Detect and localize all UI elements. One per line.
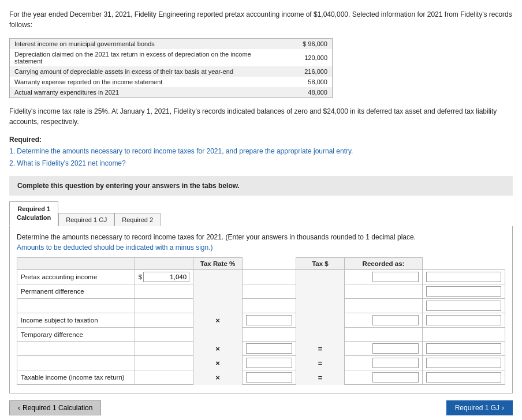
arrow-left-icon: ‹	[18, 404, 20, 412]
tax-input-6[interactable]	[372, 358, 419, 368]
rate-input-3[interactable]	[246, 315, 292, 325]
recorded-input-0[interactable]	[426, 272, 501, 282]
required-section: Required: 1. Determine the amounts neces…	[9, 134, 513, 169]
col-header-taxrate: Tax Rate %	[193, 258, 243, 270]
recorded-input-6[interactable]	[426, 358, 501, 368]
complete-box: Complete this question by entering your …	[9, 176, 513, 196]
calc-row: Permanent difference	[17, 284, 505, 299]
col-header-label	[17, 258, 135, 270]
col-header-taxdollar: Tax $	[296, 258, 344, 270]
forward-button[interactable]: Required 1 GJ ›	[446, 400, 513, 415]
intro-text: For the year ended December 31, 2021, Fi…	[9, 9, 513, 30]
recorded-input-3[interactable]	[426, 315, 501, 325]
info-row: Warranty expense reported on the income …	[10, 77, 333, 87]
recorded-input-5[interactable]	[426, 343, 501, 354]
recorded-input-1[interactable]	[426, 286, 501, 297]
info-row: Depreciation claimed on the 2021 tax ret…	[10, 49, 333, 66]
determine-text: Determine the amounts necessary to recor…	[17, 232, 505, 253]
col-header-amount	[135, 258, 193, 270]
tax-input-3[interactable]	[372, 315, 419, 325]
recorded-input-7[interactable]	[426, 372, 501, 382]
info-row: Carrying amount of depreciable assets in…	[10, 66, 333, 77]
rate-input-6[interactable]	[246, 358, 292, 368]
info-table: Interest income on municipal governmenta…	[9, 38, 333, 98]
calc-row: ×=	[17, 356, 505, 370]
col-header-eq	[242, 258, 296, 270]
rate-input-7[interactable]	[246, 372, 292, 382]
tax-input-5[interactable]	[372, 343, 419, 354]
calc-row: Income subject to taxation×	[17, 313, 505, 328]
arrow-right-icon: ›	[502, 404, 504, 412]
amount-input-0[interactable]	[143, 272, 189, 282]
middle-text: Fidelity's income tax rate is 25%. At Ja…	[9, 106, 513, 127]
calc-row: Temporary difference	[17, 328, 505, 342]
info-row: Actual warranty expenditures in 202148,0…	[10, 87, 333, 98]
rate-input-5[interactable]	[246, 343, 292, 354]
tab-req2[interactable]: Required 2	[114, 213, 161, 226]
info-row: Interest income on municipal governmenta…	[10, 39, 333, 50]
calc-row: Taxable income (income tax return)×=	[17, 370, 505, 385]
bottom-nav: ‹ Required 1 Calculation Required 1 GJ ›	[9, 400, 513, 415]
tax-input-7[interactable]	[372, 372, 419, 382]
calc-table: Tax Rate % Tax $ Recorded as: Pretax acc…	[17, 257, 505, 385]
tax-input-0[interactable]	[372, 272, 419, 282]
calc-row	[17, 299, 505, 313]
back-button-label: Required 1 Calculation	[23, 404, 92, 412]
calc-row: ×=	[17, 342, 505, 356]
tab-req1gj[interactable]: Required 1 GJ	[58, 213, 114, 226]
recorded-input-2[interactable]	[426, 301, 501, 311]
back-button[interactable]: ‹ Required 1 Calculation	[9, 400, 101, 415]
tab-req1calc[interactable]: Required 1Calculation	[9, 201, 58, 226]
tabs-row: Required 1Calculation Required 1 GJ Requ…	[9, 201, 513, 226]
col-header-recorded: Recorded as:	[345, 258, 423, 270]
calc-row: Pretax accounting income$	[17, 270, 505, 284]
forward-button-label: Required 1 GJ	[455, 404, 499, 412]
tab-content: Determine the amounts necessary to recor…	[9, 226, 513, 393]
